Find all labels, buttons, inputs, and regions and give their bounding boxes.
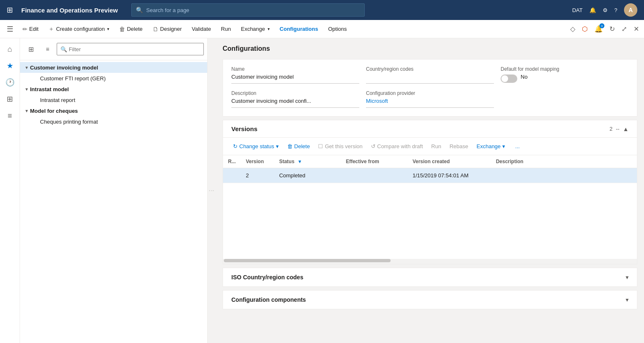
config-components-title: Configuration components <box>231 296 626 303</box>
nav-workspaces-icon[interactable]: ⊞ <box>3 92 18 107</box>
iso-section-header[interactable]: ISO Country/region codes ▾ <box>223 268 637 286</box>
iso-collapse-icon[interactable]: ▾ <box>626 274 629 281</box>
expand-icon-model-for-cheques[interactable]: ▼ <box>23 107 30 114</box>
notification-icon[interactable]: 🔔 <box>589 7 596 13</box>
default-model-mapping-label: Default for model mapping <box>501 66 629 72</box>
config-provider-field: Configuration provider Microsoft <box>366 90 494 108</box>
tree-filter-icon[interactable]: ⊞ <box>23 42 38 57</box>
validate-button[interactable]: Validate <box>188 23 215 35</box>
office-icon[interactable]: ⬡ <box>580 23 589 35</box>
col-header-description: Description <box>491 155 637 168</box>
versions-count: 2 <box>609 126 612 132</box>
versions-header[interactable]: Versions 2 -- ▲ <box>223 120 637 138</box>
tree-label-intrastat-model: Intrastat model <box>30 86 69 92</box>
versions-table: R... Version Status ▼ Effective from Ver… <box>223 155 637 183</box>
refresh-icon[interactable]: ↻ <box>608 23 616 35</box>
exchange-dropdown-icon: ▾ <box>502 143 505 149</box>
col-header-version-created: Version created <box>408 155 491 168</box>
filter-input[interactable] <box>69 46 200 52</box>
default-model-mapping-toggle[interactable] <box>501 75 517 83</box>
expand-icon-intrastat-model[interactable]: ▼ <box>23 86 30 92</box>
filter-search-icon: 🔍 <box>60 46 67 52</box>
configurations-button[interactable]: Configurations <box>276 23 322 35</box>
content-area: Configurations Name Customer invoicing m… <box>216 38 644 343</box>
tree-item-model-for-cheques[interactable]: ▼ Model for cheques <box>20 105 207 116</box>
commandbar: ☰ ✏ Edit ＋ Create configuration 🗑 Delete… <box>0 20 644 38</box>
diamond-icon[interactable]: ◇ <box>569 23 577 35</box>
versions-separator: -- <box>616 126 619 132</box>
change-status-button[interactable]: ↻ Change status ▾ <box>230 141 282 152</box>
tree-label-intrastat-report: Intrastat report <box>40 97 75 103</box>
cell-effective-0 <box>341 168 408 183</box>
tree-item-customer-fti-report[interactable]: Customer FTI report (GER) <box>20 73 207 84</box>
tree-item-customer-invoicing-model[interactable]: ▼ Customer invoicing model <box>20 62 207 73</box>
versions-delete-button[interactable]: 🗑 Delete <box>284 141 313 152</box>
tree-item-intrastat-report[interactable]: Intrastat report <box>20 94 207 105</box>
commandbar-utilities: ◇ ⬡ 🔔0 ↻ ⤢ ✕ <box>569 23 641 35</box>
panel-resize-handle[interactable]: ⋮ <box>208 38 216 343</box>
create-configuration-button[interactable]: ＋ Create configuration <box>44 23 113 35</box>
tree-panel: ⊞ ≡ 🔍 ▼ Customer invoicing model Custome… <box>20 38 208 343</box>
versions-collapse-icon[interactable]: ▲ <box>623 126 629 132</box>
notification-badge-icon[interactable]: 🔔0 <box>593 23 604 35</box>
tree-label-cheques-printing-format: Cheques printing format <box>40 119 98 125</box>
search-input[interactable] <box>146 7 360 13</box>
status-filter-icon[interactable]: ▼ <box>298 159 302 164</box>
help-icon[interactable]: ? <box>614 7 617 13</box>
col-header-r: R... <box>223 155 241 168</box>
nav-home-icon[interactable]: ⌂ <box>3 42 18 57</box>
options-button[interactable]: Options <box>324 23 351 35</box>
rebase-button[interactable]: Rebase <box>446 141 471 152</box>
designer-button[interactable]: 🗋 Designer <box>148 23 186 35</box>
tree-label-customer-invoicing-model: Customer invoicing model <box>30 65 98 71</box>
page-title: Configurations <box>223 45 637 52</box>
description-value: Customer invoicing model confi... <box>231 98 359 108</box>
versions-exchange-button[interactable]: Exchange ▾ <box>473 141 509 152</box>
iso-section-title: ISO Country/region codes <box>231 274 626 281</box>
expand-icon[interactable]: ⤢ <box>620 23 629 35</box>
get-this-version-button[interactable]: ☐ Get this version <box>315 141 366 152</box>
close-icon[interactable]: ✕ <box>632 23 641 35</box>
config-components-header[interactable]: Configuration components ▾ <box>223 291 637 309</box>
table-row[interactable]: 2 Completed 1/15/2019 07:54:01 AM <box>223 168 637 183</box>
get-version-icon: ☐ <box>318 143 323 149</box>
versions-run-button[interactable]: Run <box>428 141 445 152</box>
tree-toolbar: ⊞ ≡ 🔍 <box>20 38 207 60</box>
edit-button[interactable]: ✏ Edit <box>18 23 43 35</box>
edit-icon: ✏ <box>23 26 28 32</box>
config-components-collapse-icon[interactable]: ▾ <box>626 296 629 303</box>
more-options-button[interactable]: ... <box>512 141 523 152</box>
app-title: Finance and Operations Preview <box>21 7 118 14</box>
config-provider-value[interactable]: Microsoft <box>366 98 494 108</box>
settings-icon[interactable]: ⚙ <box>603 7 608 13</box>
tree-item-intrastat-model[interactable]: ▼ Intrastat model <box>20 84 207 94</box>
scrollbar-thumb[interactable] <box>224 259 391 262</box>
main-layout: ⌂ ★ 🕐 ⊞ ≡ ⊞ ≡ 🔍 ▼ Customer invoicing mod… <box>0 38 644 343</box>
global-search[interactable]: 🔍 <box>131 3 365 17</box>
compare-with-draft-button[interactable]: ↺ Compare with draft <box>368 141 426 152</box>
configurations-form: Name Customer invoicing model Country/re… <box>223 59 637 117</box>
tree-expand-collapse-icon[interactable]: ≡ <box>40 42 55 57</box>
horizontal-scrollbar[interactable] <box>223 259 637 264</box>
tree-label-customer-fti-report: Customer FTI report (GER) <box>40 75 105 82</box>
name-field: Name Customer invoicing model <box>231 66 359 84</box>
avatar[interactable]: A <box>624 3 637 17</box>
iso-section: ISO Country/region codes ▾ <box>223 268 637 287</box>
tree-filter-box[interactable]: 🔍 <box>57 43 204 55</box>
tree-item-cheques-printing-format[interactable]: Cheques printing format <box>20 116 207 127</box>
expand-icon-customer-invoicing-model[interactable]: ▼ <box>23 64 30 71</box>
nav-modules-icon[interactable]: ≡ <box>3 108 18 123</box>
app-grid-icon[interactable]: ⊞ <box>7 5 13 15</box>
hamburger-icon[interactable]: ☰ <box>3 23 17 35</box>
search-icon: 🔍 <box>136 7 143 13</box>
col-header-status: Status ▼ <box>274 155 341 168</box>
nav-recent-icon[interactable]: 🕐 <box>3 75 18 90</box>
versions-empty-space <box>223 183 637 258</box>
nav-favorites-icon[interactable]: ★ <box>3 58 18 73</box>
delete-button[interactable]: 🗑 Delete <box>115 23 147 35</box>
exchange-button[interactable]: Exchange <box>237 23 274 35</box>
country-region-value <box>366 74 494 84</box>
run-button[interactable]: Run <box>217 23 235 35</box>
cell-created-0: 1/15/2019 07:54:01 AM <box>408 168 491 183</box>
tree-content: ▼ Customer invoicing model Customer FTI … <box>20 60 207 343</box>
